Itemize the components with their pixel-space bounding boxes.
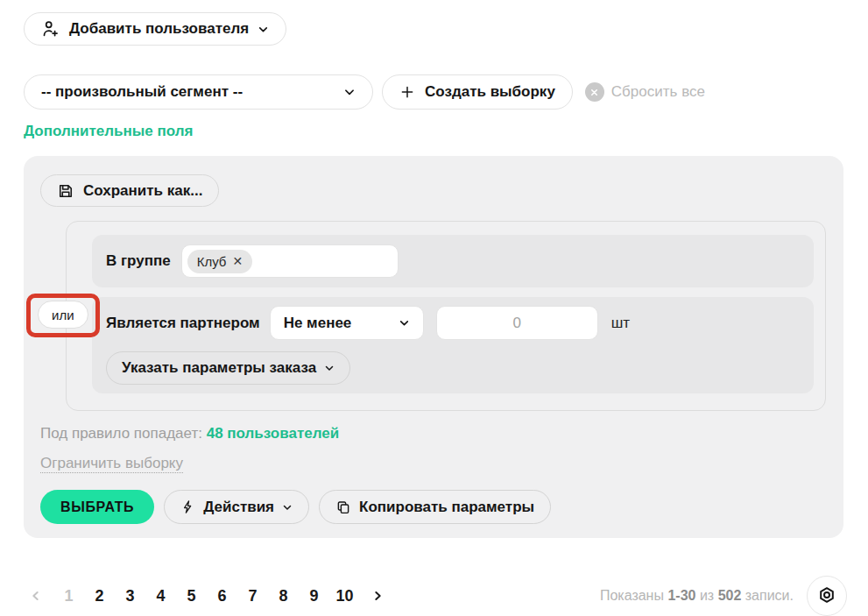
page-number[interactable]: 3 (120, 584, 140, 608)
page-number[interactable]: 9 (304, 584, 324, 608)
filter-toolbar: -- произвольный сегмент -- Создать выбор… (24, 74, 868, 110)
chevron-down-icon (343, 86, 356, 98)
user-add-icon (41, 19, 60, 39)
segment-select-value: -- произвольный сегмент -- (41, 83, 243, 101)
summary-total: 502 (718, 588, 742, 603)
page-number[interactable]: 4 (151, 584, 171, 608)
chevron-down-icon (324, 363, 335, 373)
quantity-input[interactable] (436, 306, 598, 340)
rule-result-line: Под правило попадает: 48 пользователей (40, 425, 829, 443)
save-as-label: Сохранить как... (83, 182, 202, 200)
chevron-down-icon (282, 502, 293, 513)
nut-settings-icon (816, 585, 837, 606)
actions-button[interactable]: Действия (164, 490, 309, 524)
reset-all-button[interactable]: Сбросить все (585, 82, 705, 102)
filter-panel: Сохранить как... или В группе Клуб ✕ Явл… (24, 156, 843, 538)
create-selection-label: Создать выборку (425, 83, 555, 101)
limit-selection-link[interactable]: Ограничить выборку (40, 455, 183, 473)
page-number[interactable]: 7 (243, 584, 263, 608)
pagination-bar: 1 2 3 4 5 6 7 8 9 10 Показаны 1-30 из 50… (24, 576, 847, 616)
select-button[interactable]: ВЫБРАТЬ (40, 490, 154, 524)
save-icon (57, 182, 74, 200)
add-user-button[interactable]: Добавить пользователя (24, 12, 286, 46)
chevron-down-icon (399, 317, 410, 329)
result-count: 48 пользователей (207, 425, 339, 442)
page-number[interactable]: 1 (59, 584, 79, 608)
copy-icon (335, 499, 351, 515)
page-number[interactable]: 5 (181, 584, 201, 608)
page-number[interactable]: 8 (273, 584, 293, 608)
copy-params-label: Копировать параметры (359, 499, 534, 516)
next-page-icon[interactable] (365, 585, 390, 606)
rule-group: или В группе Клуб ✕ Является партнером Н… (66, 221, 826, 411)
circle-x-icon (585, 82, 604, 102)
order-params-button[interactable]: Указать параметры заказа (106, 351, 350, 385)
or-operator-badge[interactable]: или (38, 301, 88, 329)
tag-remove-icon[interactable]: ✕ (232, 255, 243, 267)
actions-label: Действия (203, 499, 274, 516)
plus-icon (399, 84, 415, 100)
partner-condition-label: Является партнером (106, 315, 260, 332)
table-settings-button[interactable] (807, 576, 847, 616)
summary-range: 1-30 (667, 588, 695, 603)
group-tag: Клуб ✕ (187, 250, 252, 273)
group-tags-input[interactable]: Клуб ✕ (181, 244, 399, 278)
result-prefix: Под правило попадает: (40, 425, 202, 442)
summary-shown-label: Показаны (600, 588, 664, 603)
summary-records-label: записи. (745, 588, 794, 603)
chevron-down-icon (258, 24, 269, 35)
operator-select-value: Не менее (284, 315, 352, 332)
rule-row-partner: Является партнером Не менее шт Указать п… (92, 297, 814, 393)
group-tag-label: Клуб (197, 254, 227, 269)
reset-all-label: Сбросить все (611, 83, 705, 101)
lightning-icon (180, 499, 195, 514)
page-number[interactable]: 2 (89, 584, 109, 608)
records-summary: Показаны 1-30 из 502 записи. (600, 588, 794, 604)
segment-select[interactable]: -- произвольный сегмент -- (24, 74, 373, 110)
summary-of-label: из (700, 588, 714, 603)
add-user-label: Добавить пользователя (69, 20, 249, 38)
copy-params-button[interactable]: Копировать параметры (319, 490, 551, 524)
pagination-pages: 1 2 3 4 5 6 7 8 9 10 (24, 584, 390, 608)
page-number[interactable]: 10 (335, 584, 355, 608)
unit-label: шт (611, 315, 630, 332)
page-number[interactable]: 6 (212, 584, 232, 608)
additional-fields-link[interactable]: Дополнительные поля (24, 123, 193, 140)
panel-actions: ВЫБРАТЬ Действия Копировать параметры (40, 490, 829, 524)
prev-page-icon[interactable] (24, 585, 48, 606)
operator-select[interactable]: Не менее (270, 306, 424, 340)
save-as-button[interactable]: Сохранить как... (40, 174, 219, 207)
order-params-label: Указать параметры заказа (122, 359, 316, 377)
rule-row-group: В группе Клуб ✕ (92, 235, 814, 287)
create-selection-button[interactable]: Создать выборку (382, 74, 573, 110)
group-condition-label: В группе (106, 252, 171, 270)
pagination-summary-wrap: Показаны 1-30 из 502 записи. (600, 576, 847, 616)
